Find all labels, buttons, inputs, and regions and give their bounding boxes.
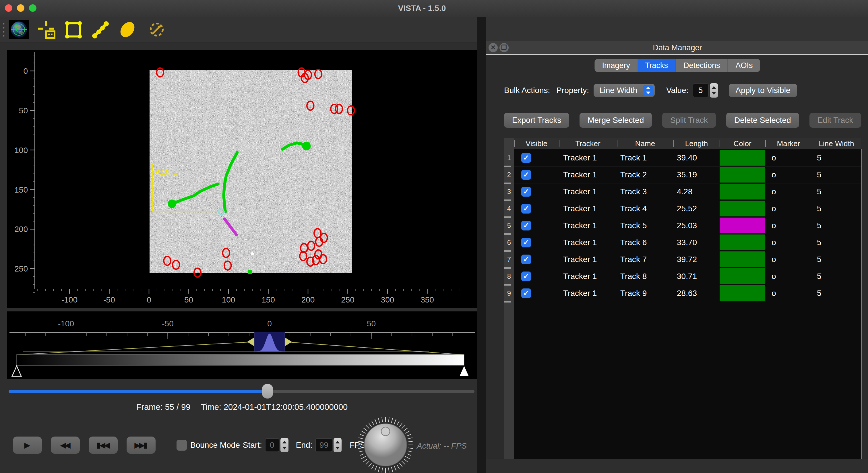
close-panel-button[interactable]: ✕ [489,43,498,52]
color-swatch[interactable] [720,234,765,250]
y-tick-label: 150 [14,185,28,194]
color-swatch[interactable] [720,167,765,183]
band-right-handle[interactable] [285,338,292,346]
column-header-visible[interactable]: Visible [514,138,559,149]
color-swatch[interactable] [720,285,765,301]
column-header-marker[interactable]: Marker [765,138,812,149]
line-width-cell: 5 [812,238,861,247]
color-swatch[interactable] [720,251,765,267]
x-tick-label: -100 [61,295,78,304]
column-header-name[interactable]: Name [617,138,673,149]
crosshair-tool-button[interactable] [37,20,56,39]
playback-controls: ▶ ◀◀ ▮◀◀ ▶▶▮ Bounce Mode Start: 0 End: 9… [13,436,399,454]
rectangle-tool-button[interactable] [64,20,83,39]
visible-checkbox[interactable]: ✓ [521,272,531,281]
column-header-tracker[interactable]: Tracker [559,138,617,149]
white-level-triangle-handle[interactable] [460,366,469,376]
table-row[interactable]: ✓Tracker 1Track 425.52o5 [514,200,861,217]
image-viewer-plot[interactable]: -100-50050100150200250300350050100150200… [7,50,477,308]
column-header-color[interactable]: Color [720,138,765,149]
y-tick-label: 0 [23,67,28,75]
color-swatch[interactable] [720,269,765,284]
earth-logo-button[interactable] [9,20,29,39]
export-tracks-button[interactable]: Export Tracks [504,113,569,128]
table-row[interactable]: ✓Tracker 1Track 928.63o5 [514,285,861,302]
table-row[interactable]: ✓Tracker 1Track 525.03o5 [514,217,861,234]
property-dropdown[interactable]: Line Width [594,84,655,97]
skip-to-start-button[interactable]: ▮◀◀ [89,437,118,454]
visible-checkbox[interactable]: ✓ [521,153,531,163]
color-cell [720,285,765,301]
histogram-contrast-widget[interactable]: -100-50050 [7,311,477,379]
toolbar-grip-handle[interactable] [3,22,5,39]
detection-tool-button[interactable] [147,20,166,39]
track-actions-row: Export TracksMerge SelectedSplit TrackDe… [504,113,861,128]
float-window-icon: ❐ [501,44,507,51]
line-width-cell: 5 [812,289,861,298]
toolbar [0,17,868,43]
black-level-triangle-handle[interactable] [12,366,21,376]
table-row[interactable]: ✓Tracker 1Track 235.19o5 [514,166,861,183]
table-row[interactable]: ✓Tracker 1Track 139.40o5 [514,149,861,166]
end-stepper[interactable] [334,438,342,452]
start-frame-input[interactable]: 0 [265,438,279,452]
marker-cell: o [765,221,812,230]
band-left-handle[interactable] [247,338,254,346]
table-row[interactable]: ✓Tracker 1Track 739.72o5 [514,251,861,268]
end-frame-input[interactable]: 99 [315,438,332,452]
tab-aois[interactable]: AOIs [727,59,761,72]
float-panel-button[interactable]: ❐ [499,43,508,52]
data-manager-tabs: ImageryTracksDetectionsAOIs [594,59,760,72]
bulk-value-stepper[interactable] [710,83,718,98]
row-number: 3 [504,183,514,200]
start-stepper[interactable] [280,438,288,452]
visible-checkbox[interactable]: ✓ [521,255,531,264]
visible-cell: ✓ [514,221,559,230]
table-row[interactable]: ✓Tracker 1Track 34.28o5 [514,183,861,200]
visible-checkbox[interactable]: ✓ [521,238,531,247]
table-row[interactable]: ✓Tracker 1Track 830.71o5 [514,268,861,285]
track-tool-button[interactable] [91,20,110,39]
visible-cell: ✓ [514,153,559,163]
frame-slider-thumb[interactable] [262,384,273,399]
dashed-circle-arrow-icon [148,21,165,38]
apply-to-visible-button[interactable]: Apply to Visible [729,84,797,97]
table-row[interactable]: ✓Tracker 1Track 633.70o5 [514,234,861,251]
crosshair-calibrate-icon [37,20,56,39]
row-number: 8 [504,268,514,285]
color-swatch[interactable] [720,201,765,216]
play-button[interactable]: ▶ [13,437,42,454]
length-cell: 39.72 [673,255,720,264]
rewind-button[interactable]: ◀◀ [51,437,80,454]
visible-checkbox[interactable]: ✓ [521,221,531,230]
bounce-mode-checkbox[interactable] [177,440,187,451]
skip-to-end-button[interactable]: ▶▶▮ [127,437,156,454]
actual-fps-readout: Actual: -- FPS [417,441,467,451]
fps-dial-knob[interactable] [357,416,414,473]
color-swatch[interactable] [720,184,765,199]
white-detection-dot [251,252,254,255]
data-manager-panel: Data Manager ✕ ❐ ImageryTracksDetections… [486,41,868,459]
visible-checkbox[interactable]: ✓ [521,288,531,298]
bulk-actions-row: Bulk Actions: Property: Line Width Value… [504,84,797,97]
x-tick-label: 100 [222,295,236,304]
tracks-table[interactable]: ✓Tracker 1Track 139.40o5✓Tracker 1Track … [514,149,862,459]
bulk-value-input[interactable]: 5 [693,84,709,97]
column-header-line-width[interactable]: Line Width [812,138,861,149]
visible-checkbox[interactable]: ✓ [521,187,531,197]
delete-selected-button[interactable]: Delete Selected [726,113,799,128]
color-swatch[interactable] [720,150,765,166]
frame-time-readout: Frame: 55 / 99 Time: 2024-01-01T12:00:05… [7,402,477,412]
dropdown-chevrons-icon [643,85,653,96]
visible-checkbox[interactable]: ✓ [521,204,531,214]
merge-selected-button[interactable]: Merge Selected [580,113,652,128]
tab-imagery[interactable]: Imagery [594,59,638,72]
row-divider-dash [504,301,511,303]
column-header-length[interactable]: Length [673,138,720,149]
color-swatch[interactable] [720,218,765,233]
tab-detections[interactable]: Detections [675,59,727,72]
ellipse-tool-button[interactable] [118,20,137,39]
tab-tracks[interactable]: Tracks [638,59,675,72]
panel-divider[interactable] [477,17,486,473]
visible-checkbox[interactable]: ✓ [521,170,531,180]
